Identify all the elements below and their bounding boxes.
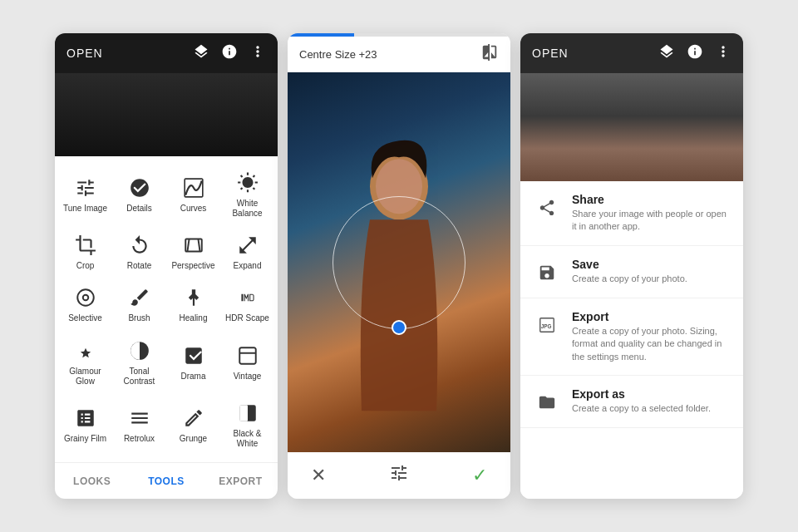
hdrscape-icon: [236, 286, 259, 309]
compare-icon[interactable]: [480, 43, 499, 66]
svg-line-3: [198, 239, 200, 252]
crop-icon: [74, 234, 97, 257]
exportas-title: Export as: [572, 387, 711, 401]
confirm-button[interactable]: ✓: [472, 465, 487, 486]
svg-text:JPG: JPG: [541, 323, 552, 328]
curves-label: Curves: [180, 204, 207, 214]
tool-retrolux[interactable]: Retrolux: [112, 393, 166, 456]
perspective-icon: [182, 234, 205, 257]
right-panel: OPEN: [520, 33, 743, 499]
left-open-button[interactable]: OPEN: [66, 47, 103, 60]
tool-selective[interactable]: Selective: [58, 278, 112, 330]
grunge-label: Grunge: [180, 434, 207, 444]
grainyfilm-icon: [74, 406, 97, 430]
share-text: Share Share your image with people or op…: [572, 193, 730, 234]
adjust-icon[interactable]: [389, 463, 409, 488]
expand-label: Expand: [234, 261, 262, 271]
middle-panel: Centre Size +23 ✕: [288, 33, 510, 499]
right-top-icons: [658, 43, 732, 64]
tool-crop[interactable]: Crop: [58, 225, 112, 278]
expand-icon: [236, 234, 259, 257]
export-title: Export: [572, 310, 730, 323]
right-menu-items: Share Share your image with people or op…: [520, 181, 743, 499]
right-more-icon[interactable]: [715, 43, 732, 64]
right-image-area: [520, 73, 743, 181]
more-icon[interactable]: [249, 43, 266, 64]
right-info-icon[interactable]: [687, 43, 703, 64]
tool-drama[interactable]: Drama: [166, 331, 220, 393]
tool-rotate[interactable]: Rotate: [112, 225, 166, 278]
vintage-icon: [236, 344, 259, 367]
tonalcontrast-icon: [128, 339, 151, 362]
circle-dot[interactable]: [392, 320, 406, 335]
tool-brush[interactable]: Brush: [112, 278, 166, 330]
hdrscape-label: HDR Scape: [225, 313, 269, 323]
menu-item-share[interactable]: Share Share your image with people or op…: [520, 181, 743, 246]
middle-top-bar: Centre Size +23: [288, 37, 510, 72]
rotate-label: Rotate: [127, 261, 151, 271]
bottom-tabs: LOOKS TOOLS EXPORT: [55, 462, 278, 499]
right-layers-icon[interactable]: [658, 43, 675, 64]
rotate-icon: [128, 234, 151, 257]
tab-export[interactable]: EXPORT: [204, 463, 278, 499]
tool-curves[interactable]: Curves: [166, 163, 220, 225]
save-desc: Create a copy of your photo.: [572, 273, 687, 285]
exportas-text: Export as Create a copy to a selected fo…: [572, 387, 711, 415]
wb-icon: [236, 171, 259, 195]
selective-label: Selective: [68, 313, 102, 323]
tool-grainyfilm[interactable]: Grainy Film: [58, 393, 112, 456]
right-image-bg: [520, 73, 743, 181]
tool-glamourglow[interactable]: Glamour Glow: [58, 331, 112, 393]
blackwhite-icon: [236, 401, 259, 425]
grunge-icon: [182, 406, 205, 430]
share-icon: [534, 195, 560, 221]
export-text: Export Create a copy of your photo. Sizi…: [572, 310, 730, 363]
menu-item-export[interactable]: JPG Export Create a copy of your photo. …: [520, 298, 743, 376]
tune-icon: [74, 176, 97, 200]
selective-icon: [74, 286, 97, 309]
wb-label: White Balance: [224, 199, 271, 219]
save-title: Save: [572, 258, 687, 271]
tool-expand[interactable]: Expand: [220, 225, 274, 278]
tool-hdrscape[interactable]: HDR Scape: [220, 278, 274, 330]
curves-icon: [182, 176, 205, 200]
tool-grunge[interactable]: Grunge: [166, 393, 220, 456]
cancel-button[interactable]: ✕: [311, 465, 326, 486]
tool-wb[interactable]: White Balance: [220, 163, 274, 225]
layers-icon[interactable]: [193, 43, 209, 64]
vintage-label: Vintage: [234, 372, 262, 382]
centre-size-label: Centre Size +23: [299, 48, 377, 61]
tools-grid: Tune Image Details Curves: [55, 156, 278, 462]
healing-label: Healing: [180, 313, 208, 323]
exportas-desc: Create a copy to a selected folder.: [572, 402, 711, 415]
details-icon: [128, 176, 151, 200]
healing-icon: [182, 286, 205, 309]
left-top-bar: OPEN: [55, 33, 278, 73]
tool-healing[interactable]: Healing: [166, 278, 220, 330]
crop-label: Crop: [76, 261, 95, 271]
tool-tune[interactable]: Tune Image: [58, 163, 112, 225]
tool-details[interactable]: Details: [112, 163, 166, 225]
grainyfilm-label: Grainy Film: [64, 434, 106, 444]
tool-tonalcontrast[interactable]: Tonal Contrast: [112, 331, 166, 393]
save-icon: [534, 259, 560, 286]
brush-label: Brush: [128, 313, 150, 323]
left-panel: OPEN: [55, 33, 278, 499]
tool-perspective[interactable]: Perspective: [166, 225, 220, 278]
tab-looks[interactable]: LOOKS: [55, 463, 129, 499]
svg-line-2: [187, 239, 189, 252]
circle-overlay: [332, 196, 466, 329]
blackwhite-label: Black & White: [224, 429, 271, 449]
right-open-button[interactable]: OPEN: [532, 47, 569, 60]
info-icon[interactable]: [221, 43, 238, 64]
glamourglow-icon: [74, 339, 97, 362]
tool-vintage[interactable]: Vintage: [220, 331, 274, 393]
photo-area: [288, 72, 510, 452]
menu-item-save[interactable]: Save Create a copy of your photo.: [520, 246, 743, 298]
export-desc: Create a copy of your photo. Sizing, for…: [572, 325, 730, 363]
tab-tools[interactable]: TOOLS: [129, 463, 203, 499]
main-container: OPEN: [38, 17, 760, 515]
glamourglow-label: Glamour Glow: [62, 367, 109, 387]
tool-blackwhite[interactable]: Black & White: [220, 393, 274, 456]
menu-item-exportas[interactable]: Export as Create a copy to a selected fo…: [520, 376, 743, 428]
